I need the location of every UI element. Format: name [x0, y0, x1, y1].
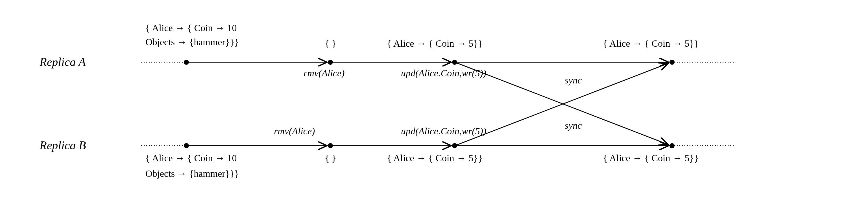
op-upd-b: upd(Alice.Coin,wr(5))	[401, 126, 486, 137]
op-rmv-a: rmv(Alice)	[304, 68, 344, 79]
node-a0	[184, 60, 189, 65]
state-b1: { }	[325, 153, 336, 163]
state-a0-line2: Objects → {hammer}}}	[146, 37, 239, 48]
op-sync2: sync	[565, 120, 582, 131]
op-rmv-b: rmv(Alice)	[274, 126, 315, 137]
state-b0-line2: Objects → {hammer}}}	[146, 168, 239, 179]
node-a2	[452, 60, 457, 65]
state-b3: { Alice → { Coin → 5}}	[603, 153, 699, 163]
node-b0	[184, 143, 189, 148]
state-a2: { Alice → { Coin → 5}}	[387, 38, 483, 49]
crdt-replica-diagram: Replica A Replica B { Alice → { Coin → 1…	[11, 11, 859, 204]
state-a1: { }	[325, 38, 336, 49]
state-a3: { Alice → { Coin → 5}}	[603, 38, 699, 49]
node-b2	[452, 143, 457, 148]
node-a1	[328, 60, 333, 65]
svg-line-11	[457, 63, 668, 145]
node-a3	[670, 60, 675, 65]
node-b1	[328, 143, 333, 148]
svg-line-10	[457, 63, 668, 144]
state-b2: { Alice → { Coin → 5}}	[387, 153, 483, 163]
replica-a-label: Replica A	[39, 55, 86, 69]
state-a0-line1: { Alice → { Coin → 10	[146, 23, 237, 33]
op-sync1: sync	[565, 75, 582, 86]
op-upd-a: upd(Alice.Coin,wr(5))	[401, 68, 486, 79]
state-b0-line1: { Alice → { Coin → 10	[146, 153, 237, 163]
node-b3	[670, 143, 675, 148]
replica-b-label: Replica B	[39, 139, 86, 152]
